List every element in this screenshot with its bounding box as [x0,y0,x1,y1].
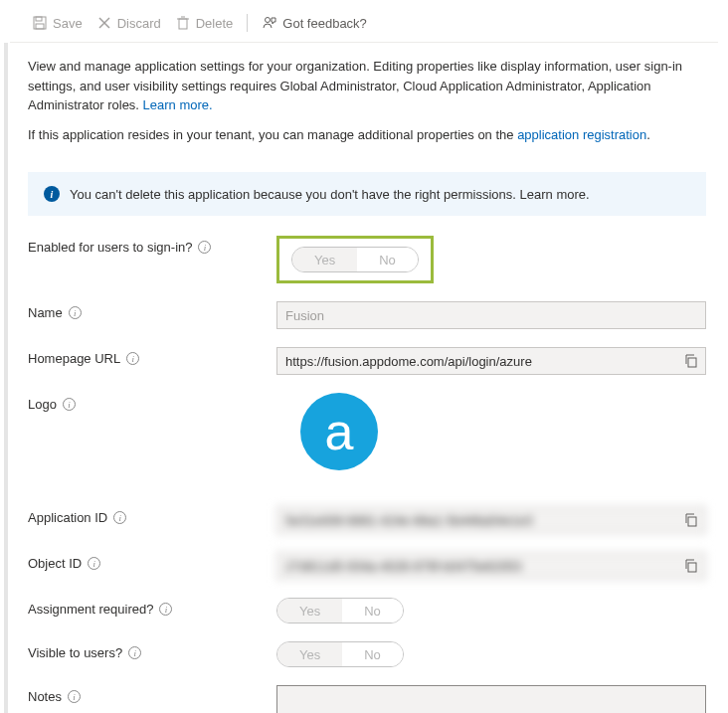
intro-paragraph-1: View and manage application settings for… [28,57,706,115]
help-icon[interactable]: i [88,557,100,570]
delete-label: Delete [196,16,234,31]
enabled-highlight: Yes No [276,236,434,283]
help-icon[interactable]: i [159,603,172,616]
enabled-no[interactable]: No [357,248,418,271]
save-label: Save [53,16,83,31]
feedback-label: Got feedback? [282,16,367,31]
discard-label: Discard [117,16,161,31]
notes-label: Notes [28,689,62,704]
help-icon[interactable]: i [63,398,76,411]
logo-label: Logo [28,397,57,412]
save-button[interactable]: Save [32,15,83,31]
help-icon[interactable]: i [69,306,82,319]
help-icon[interactable]: i [68,690,81,703]
svg-rect-10 [688,517,696,526]
feedback-icon [262,15,277,31]
copy-icon [683,353,699,369]
info-icon: i [44,186,60,202]
name-label: Name [28,305,63,320]
help-icon[interactable]: i [113,511,126,524]
svg-rect-2 [36,24,44,29]
assignment-label: Assignment required? [28,602,153,617]
delete-button[interactable]: Delete [175,15,234,31]
appid-label: Application ID [28,510,107,525]
svg-rect-5 [179,19,187,29]
name-input [276,301,706,329]
visible-no[interactable]: No [342,642,403,666]
copy-homepage-button[interactable] [677,348,705,374]
save-icon [32,15,48,31]
visible-yes[interactable]: Yes [277,642,342,666]
objectid-label: Object ID [28,556,82,571]
assignment-no[interactable]: No [342,599,403,623]
app-registration-link[interactable]: application registration [517,127,646,142]
enabled-toggle[interactable]: Yes No [291,247,419,272]
svg-point-8 [266,18,271,23]
appid-input[interactable] [276,506,706,534]
homepage-label: Homepage URL [28,351,120,366]
help-icon[interactable]: i [128,646,141,659]
enabled-label: Enabled for users to sign-in? [28,240,192,255]
svg-rect-11 [688,563,696,572]
intro-paragraph-2: If this application resides in your tena… [28,125,706,145]
copy-icon [683,558,699,574]
svg-rect-1 [36,17,42,21]
visible-label: Visible to users? [28,645,122,660]
help-icon[interactable]: i [198,241,211,254]
feedback-button[interactable]: Got feedback? [262,15,367,31]
help-icon[interactable]: i [126,352,139,365]
enabled-yes[interactable]: Yes [292,248,357,271]
discard-button[interactable]: Discard [96,15,161,31]
info-message-text: You can't delete this application becaus… [70,187,590,202]
assignment-toggle[interactable]: Yes No [276,598,404,624]
discard-icon [96,15,112,31]
svg-rect-9 [688,358,696,367]
learn-more-link[interactable]: Learn more. [143,97,213,112]
visible-toggle[interactable]: Yes No [276,641,404,667]
homepage-input[interactable] [276,347,706,375]
notes-textarea[interactable] [276,685,706,713]
info-message-bar: i You can't delete this application beca… [28,172,706,216]
toolbar-separator [247,14,248,32]
copy-objectid-button[interactable] [677,553,705,579]
copy-icon [683,512,699,528]
assignment-yes[interactable]: Yes [277,599,342,623]
app-logo[interactable]: a [300,393,378,470]
objectid-input[interactable] [276,552,706,580]
delete-icon [175,15,191,31]
copy-appid-button[interactable] [677,507,705,533]
